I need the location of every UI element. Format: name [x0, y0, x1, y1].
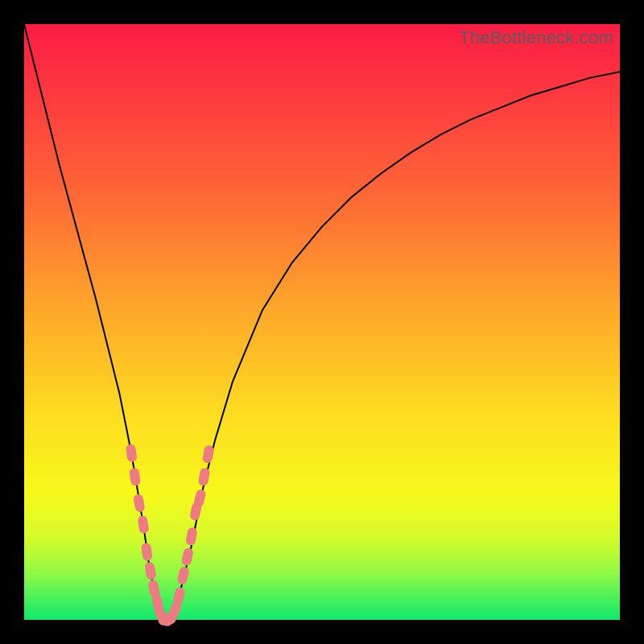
curve-marker: [144, 561, 157, 580]
curve-marker: [141, 543, 153, 562]
curve-marker: [198, 467, 211, 486]
marker-group: [126, 444, 215, 628]
curve-marker: [193, 489, 207, 508]
curve-path: [24, 24, 620, 620]
curve-marker: [185, 526, 198, 546]
curve-marker: [202, 444, 215, 464]
curve-marker: [133, 493, 146, 513]
plot-area: TheBottleneck.com: [24, 24, 620, 620]
curve-marker: [126, 444, 138, 463]
chart-frame: TheBottleneck.com: [0, 0, 644, 644]
curve-marker: [181, 547, 194, 567]
curve-marker: [176, 566, 189, 585]
curve-marker: [129, 468, 141, 487]
curve-marker: [137, 515, 149, 535]
curve-marker: [172, 586, 186, 605]
bottleneck-curve: [24, 24, 620, 620]
